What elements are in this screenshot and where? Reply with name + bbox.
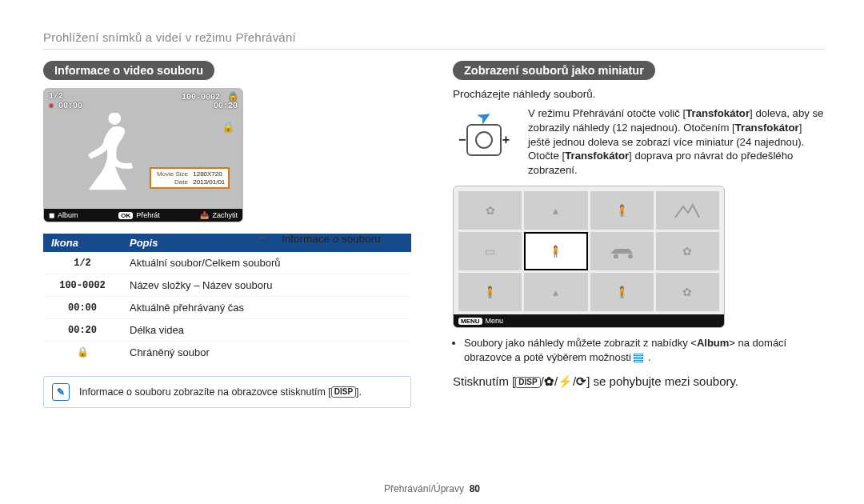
desc-cell: Délka videa bbox=[122, 319, 411, 342]
callout-arrow bbox=[246, 237, 278, 238]
note-icon: ✎ bbox=[52, 383, 70, 401]
thumb-cell: 🧍 bbox=[458, 273, 522, 311]
thumbnail-grid-lcd: ✿ ▴ 🧍 ▭ 🧍 ✿ 🧍 ▴ 🧍 ✿ MEN bbox=[453, 186, 725, 328]
icon-cell: 🔒 bbox=[43, 342, 122, 364]
desc-cell: Aktuální soubor/Celkem souborů bbox=[122, 252, 411, 274]
table-row: 00:20Délka videa bbox=[43, 319, 411, 342]
disp-glyph: DISP bbox=[515, 377, 540, 388]
lcd-time-played: 00:00 bbox=[58, 102, 82, 110]
thumb-cell: ✿ bbox=[656, 232, 719, 270]
infobox-label-date: Date bbox=[154, 178, 188, 186]
breadcrumb: Prohlížení snímků a videí v režimu Přehr… bbox=[43, 30, 826, 44]
menu-glyph: MENU bbox=[458, 318, 482, 325]
thumbnail-mode-icon bbox=[634, 354, 645, 363]
dancer-silhouette bbox=[80, 113, 152, 197]
lcd-folder-file: 100-0002 bbox=[182, 93, 220, 102]
navigation-instruction: Stisknutím [DISP/✿/⚡/⟳] se pohybujte mez… bbox=[453, 374, 826, 389]
thumb-cell: ✿ bbox=[656, 273, 719, 311]
lcd-counter: 1/2 bbox=[49, 92, 63, 102]
zoom-minus: − bbox=[458, 133, 466, 147]
note-text: Informace o souboru zobrazíte na obrazov… bbox=[79, 386, 362, 398]
zoom-plus: + bbox=[502, 133, 510, 147]
footer-section: Přehrávání/Úpravy bbox=[384, 483, 464, 494]
table-row: 100-0002Název složky – Název souboru bbox=[43, 274, 411, 297]
desc-cell: Chráněný soubor bbox=[122, 342, 411, 364]
zoom-lever-icon: − + bbox=[466, 124, 502, 156]
car-icon bbox=[607, 244, 636, 258]
table-row: 🔒Chráněný soubor bbox=[43, 342, 411, 364]
thumb-cell bbox=[590, 232, 654, 270]
mountain-icon bbox=[674, 202, 701, 219]
video-info-lcd: 1/2 100-0002 🔒 ● 00:00 00:20 bbox=[43, 88, 243, 222]
left-section-heading: Informace o video souboru bbox=[43, 61, 214, 80]
infobox-value-date: 2013/01/01 bbox=[193, 178, 225, 186]
lcd-duration: 00:20 bbox=[214, 102, 238, 110]
thumb-cell: ▴ bbox=[524, 273, 587, 311]
th-icon: Ikona bbox=[43, 234, 122, 252]
desc-cell: Aktuálně přehrávaný čas bbox=[122, 297, 411, 319]
zoom-diagram: ➤ − + bbox=[453, 106, 515, 178]
zoom-instruction-text: V režimu Přehrávání otočte volič [Transf… bbox=[528, 106, 826, 178]
info-callout-label: Informace o souboru bbox=[282, 233, 381, 245]
disp-glyph: DISP bbox=[331, 386, 356, 398]
note-strip: ✎ Informace o souboru zobrazíte na obraz… bbox=[43, 376, 411, 408]
icon-cell: 00:20 bbox=[43, 319, 122, 342]
desc-cell: Název složky – Název souboru bbox=[122, 274, 411, 297]
capture-icon: 📥 bbox=[200, 211, 209, 219]
thumbnails-intro: Procházejte náhledy souborů. bbox=[453, 88, 826, 100]
play-label: Přehrát bbox=[136, 211, 160, 219]
flash-icon: ⚡ bbox=[558, 374, 573, 388]
ok-glyph: OK bbox=[118, 212, 133, 219]
header-rule bbox=[43, 49, 826, 50]
icon-description-table: Ikona Popis 1/2Aktuální soubor/Celkem so… bbox=[43, 234, 411, 363]
table-row: 1/2Aktuální soubor/Celkem souborů bbox=[43, 252, 411, 274]
icon-cell: 1/2 bbox=[43, 252, 122, 274]
infobox-value-movie-size: 1280X720 bbox=[193, 170, 222, 178]
album-label: Album bbox=[58, 211, 78, 219]
icon-cell: 100-0002 bbox=[43, 274, 122, 297]
thumb-cell bbox=[656, 191, 719, 230]
file-info-tooltip: Movie Size 1280X720 Date 2013/01/01 bbox=[150, 167, 230, 189]
right-section-heading: Zobrazení souborů jako miniatur bbox=[453, 61, 655, 80]
menu-label: Menu bbox=[486, 317, 504, 325]
page-footer: Přehrávání/Úpravy 80 bbox=[0, 483, 864, 494]
lock-icon: 🔒 bbox=[228, 93, 238, 102]
macro-icon: ✿ bbox=[544, 374, 554, 388]
album-icon: ◼ bbox=[49, 211, 54, 219]
thumb-cell: 🧍 bbox=[590, 273, 654, 311]
thumb-cell: ▴ bbox=[524, 191, 587, 230]
infobox-label-movie-size: Movie Size bbox=[154, 170, 188, 178]
rec-icon: ● bbox=[49, 102, 54, 110]
table-row: 00:00Aktuálně přehrávaný čas bbox=[43, 297, 411, 319]
thumb-cell: 🧍 bbox=[590, 191, 654, 230]
thumb-cell: ▭ bbox=[458, 232, 522, 270]
thumb-cell-selected: 🧍 bbox=[524, 232, 587, 270]
list-item: Soubory jako náhledy můžete zobrazit z n… bbox=[464, 336, 826, 365]
footer-page-number: 80 bbox=[470, 483, 480, 494]
capture-label: Zachytit bbox=[212, 211, 238, 219]
thumb-cell: ✿ bbox=[458, 191, 522, 230]
thumbnail-notes-list: Soubory jako náhledy můžete zobrazit z n… bbox=[453, 336, 826, 365]
timer-icon: ⟳ bbox=[576, 374, 586, 388]
lock-icon-body: 🔒 bbox=[222, 121, 234, 133]
icon-cell: 00:00 bbox=[43, 297, 122, 319]
